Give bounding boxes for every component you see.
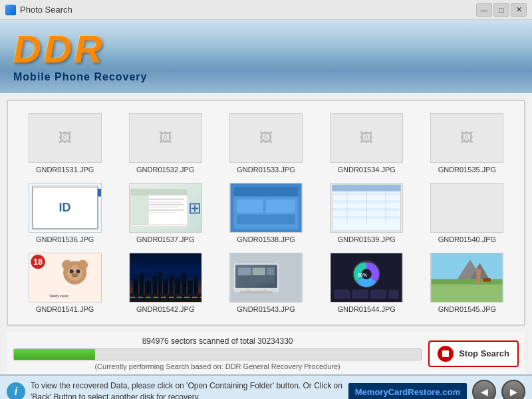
svg-rect-23 [233, 187, 298, 197]
brand-name: MemoryCardRestore [355, 387, 440, 397]
svg-text:18: 18 [33, 257, 43, 267]
list-item[interactable]: GNDR01537.JPG [115, 178, 215, 247]
thumbnail-image: 🖼 [331, 114, 402, 162]
minimize-button[interactable]: — [476, 3, 492, 17]
photo-filename: GNDR01532.JPG [136, 166, 194, 174]
list-item[interactable]: GNDR01540.JPG [417, 178, 517, 247]
back-icon: ◀ [481, 386, 488, 397]
list-item[interactable]: 🖼 GNDR01534.JPG [317, 108, 417, 178]
svg-rect-85 [370, 290, 386, 299]
thumbnail-image [130, 253, 201, 302]
svg-point-47 [76, 269, 80, 273]
svg-point-44 [62, 260, 72, 271]
progress-area: 894976 sectors scanned of total 30234330… [7, 332, 525, 374]
thumbnail-image: 🖼 [130, 114, 201, 162]
title-bar-left: Photo Search [5, 5, 72, 15]
progress-bar-container [13, 348, 422, 360]
info-icon: i [7, 382, 25, 399]
svg-rect-72 [238, 267, 251, 275]
forward-button[interactable]: ▶ [501, 380, 525, 399]
window-title: Photo Search [20, 5, 72, 15]
sectors-scanned-text: 894976 sectors scanned of total 30234330 [13, 336, 422, 346]
svg-rect-78 [240, 291, 273, 293]
bottom-bar: i To view the recovered Data, please cli… [0, 374, 532, 399]
header-logo: DDR Mobile Phone Recovery [13, 30, 148, 83]
svg-rect-29 [332, 185, 401, 192]
bottom-right: MemoryCardRestore.com ◀ ▶ [348, 380, 525, 399]
thumbnail-image: 60% [331, 253, 402, 302]
svg-rect-0 [29, 184, 100, 232]
list-item[interactable]: GNDR01539.JPG [317, 178, 417, 247]
svg-rect-15 [149, 199, 184, 200]
list-item[interactable]: 60% GNDR01544.JPG [317, 247, 417, 317]
list-item[interactable]: 🖼 GNDR01532.JPG [115, 108, 215, 178]
list-item[interactable]: GNDR01543.JPG [215, 247, 316, 317]
svg-rect-94 [483, 278, 491, 282]
svg-point-46 [69, 269, 73, 273]
svg-rect-19 [149, 209, 184, 211]
ddr-logo-text: DDR [13, 30, 148, 68]
maximize-button[interactable]: □ [493, 3, 509, 17]
stop-icon [438, 346, 454, 362]
thumbnail-image [230, 253, 302, 302]
photo-filename: GNDR01533.JPG [237, 166, 295, 174]
back-button[interactable]: ◀ [472, 380, 496, 399]
thumbnail-image: 🖼 [230, 114, 302, 162]
thumbnail-image [130, 184, 201, 232]
svg-rect-83 [334, 290, 350, 299]
svg-rect-1 [32, 186, 98, 229]
svg-rect-84 [352, 290, 368, 299]
svg-rect-26 [237, 215, 295, 225]
list-item[interactable]: 🖼 GNDR01533.JPG [215, 108, 316, 178]
list-item[interactable]: 18 Teddy bear GNDR01541.JPG [15, 247, 115, 317]
photo-filename: GNDR01531.JPG [36, 166, 94, 174]
list-item[interactable]: 🖼 GNDR01531.JPG [15, 108, 115, 178]
svg-point-48 [71, 273, 78, 277]
photo-filename: GNDR01542.JPG [136, 305, 194, 313]
brand-tld: .com [440, 387, 460, 397]
svg-rect-74 [267, 267, 275, 275]
photo-filename: GNDR01540.JPG [438, 235, 496, 243]
list-item[interactable]: GNDR01542.JPG [115, 247, 215, 317]
close-button[interactable]: ✕ [511, 3, 527, 17]
thumbnail-image [431, 184, 503, 232]
svg-rect-88 [432, 283, 503, 302]
bottom-info-text: To view the recovered Data, please click… [31, 380, 343, 399]
thumbnail-image: 18 Teddy bear [29, 253, 101, 302]
svg-rect-18 [149, 207, 178, 208]
thumbnail-image [230, 184, 302, 232]
photo-filename: GNDR01534.JPG [337, 166, 395, 174]
svg-rect-20 [149, 212, 176, 213]
photo-filename: GNDR01545.JPG [438, 305, 496, 313]
photo-grid-container[interactable]: 🖼 GNDR01531.JPG 🖼 GNDR01532.JPG 🖼 GNDR01… [8, 101, 524, 325]
progress-bar-fill [14, 349, 95, 360]
svg-rect-8 [53, 209, 82, 211]
photo-filename: GNDR01541.JPG [36, 305, 94, 313]
list-item[interactable]: GNDR01538.JPG [215, 178, 316, 247]
svg-text:Teddy bear: Teddy bear [49, 294, 68, 298]
svg-text:XYZ Software Company: XYZ Software Company [37, 191, 81, 195]
svg-rect-2 [35, 189, 101, 197]
svg-rect-4 [35, 198, 51, 218]
thumbnail-image [431, 253, 503, 302]
photo-filename: GNDR01538.JPG [237, 235, 295, 243]
photo-filename: GNDR01544.JPG [337, 305, 395, 313]
list-item[interactable]: GNDR01545.JPG [417, 247, 517, 317]
progress-info: 894976 sectors scanned of total 30234330… [13, 336, 422, 370]
stop-search-label: Stop Search [459, 348, 509, 358]
list-item[interactable]: 🖼 GNDR01535.JPG [417, 108, 517, 178]
thumbnail-image: 🖼 [29, 114, 101, 162]
photo-filename: GNDR01536.JPG [36, 235, 94, 243]
photo-filename: GNDR01543.JPG [237, 305, 295, 313]
stop-search-button[interactable]: Stop Search [428, 340, 519, 367]
list-item[interactable]: XYZ Software Company GNDR01536.JPG [15, 178, 115, 247]
svg-point-93 [476, 269, 481, 274]
title-bar-controls: — □ ✕ [476, 3, 527, 17]
photo-filename: GNDR01537.JPG [136, 235, 194, 243]
svg-rect-17 [149, 204, 184, 205]
photo-grid-panel: 🖼 GNDR01531.JPG 🖼 GNDR01532.JPG 🖼 GNDR01… [7, 100, 525, 326]
svg-rect-66 [130, 293, 201, 302]
svg-rect-86 [388, 290, 399, 299]
header: DDR Mobile Phone Recovery [0, 20, 532, 93]
svg-rect-24 [237, 200, 263, 212]
